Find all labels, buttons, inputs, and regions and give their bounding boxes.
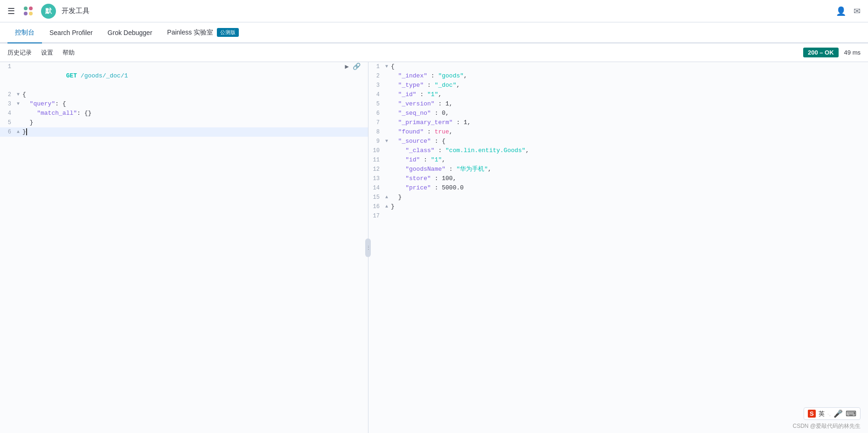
- top-bar: ☰ 默 开发工具 👤 ✉: [0, 0, 868, 22]
- user-avatar: 默: [41, 4, 56, 19]
- editor-line-1: 1 GET /goods/_doc/1 ▶ 🔗: [0, 62, 368, 90]
- resp-line-15: 15 ▲ }: [368, 193, 868, 202]
- beta-badge: 公测版: [217, 28, 239, 37]
- resp-line-3: 3 "_type" : "_doc",: [368, 81, 868, 90]
- history-button[interactable]: 历史记录: [7, 47, 32, 59]
- resp-line-6: 6 "_seq_no" : 0,: [368, 109, 868, 118]
- watermark: CSDN @爱敲代码的林先生: [792, 422, 861, 430]
- toolbar: 历史记录 设置 帮助 200 – OK 49 ms: [0, 43, 868, 62]
- resp-line-1: 1 ▼ {: [368, 62, 868, 71]
- left-panel: 1 GET /goods/_doc/1 ▶ 🔗 2 ▼ {: [0, 62, 368, 433]
- tab-painless-lab[interactable]: Painless 实验室 公测版: [160, 22, 246, 43]
- resp-line-16: 16 ▲ }: [368, 202, 868, 211]
- tab-console[interactable]: 控制台: [7, 22, 42, 43]
- resp-line-17: 17: [368, 211, 868, 221]
- editor-line-5: 5 }: [0, 118, 368, 127]
- bottom-bar: CSDN @爱敲代码的林先生: [785, 419, 868, 433]
- editor-line-2: 2 ▼ {: [0, 90, 368, 99]
- resp-line-10: 10 "_class" : "com.lin.entity.Goods",: [368, 146, 868, 155]
- top-bar-actions: 👤 ✉: [836, 6, 861, 16]
- user-icon[interactable]: 👤: [836, 6, 846, 16]
- editor-line-3: 3 ▼ "query": {: [0, 99, 368, 109]
- run-icon[interactable]: ▶: [345, 62, 349, 71]
- code-lines: 1 GET /goods/_doc/1 ▶ 🔗 2 ▼ {: [0, 62, 368, 137]
- mail-icon[interactable]: ✉: [854, 6, 861, 16]
- resp-line-2: 2 "_index" : "goods",: [368, 71, 868, 81]
- resp-line-4: 4 "_id" : "1",: [368, 90, 868, 99]
- kibana-logo: [21, 4, 35, 19]
- nav-tabs: 控制台 Search Profiler Grok Debugger Painle…: [0, 22, 868, 43]
- resp-line-5: 5 "_version" : 1,: [368, 99, 868, 109]
- editor-area[interactable]: 1 GET /goods/_doc/1 ▶ 🔗 2 ▼ {: [0, 62, 368, 433]
- tab-search-profiler[interactable]: Search Profiler: [42, 22, 100, 43]
- resp-line-8: 8 "found" : true,: [368, 127, 868, 137]
- main-area: 1 GET /goods/_doc/1 ▶ 🔗 2 ▼ {: [0, 62, 868, 433]
- resp-line-9: 9 ▼ "_source" : {: [368, 137, 868, 146]
- ime-toolbar: S 英 ·, 🎤 ⌨: [804, 407, 861, 420]
- resp-line-12: 12 "goodsName" : "华为手机",: [368, 165, 868, 174]
- help-button[interactable]: 帮助: [62, 47, 75, 59]
- resp-line-14: 14 "price" : 5000.0: [368, 183, 868, 193]
- hamburger-icon[interactable]: ☰: [7, 6, 15, 16]
- line-actions: ▶ 🔗: [345, 62, 364, 71]
- editor-line-6: 6 ▲ }: [0, 127, 368, 137]
- ime-keyboard-icon[interactable]: ⌨: [846, 409, 856, 418]
- tab-grok-debugger[interactable]: Grok Debugger: [100, 22, 160, 43]
- resp-line-13: 13 "store" : 100,: [368, 174, 868, 183]
- ime-logo: S: [808, 410, 816, 418]
- app-title: 开发工具: [62, 7, 90, 15]
- settings-button[interactable]: 设置: [41, 47, 53, 59]
- ime-separator: ·,: [827, 410, 831, 417]
- ime-mic-icon[interactable]: 🎤: [833, 409, 843, 418]
- resp-line-11: 11 "id" : "1",: [368, 155, 868, 165]
- copy-icon[interactable]: 🔗: [353, 62, 361, 71]
- editor-line-4: 4 "match_all": {}: [0, 109, 368, 118]
- ime-lang: 英: [819, 410, 825, 418]
- resp-line-7: 7 "_primary_term" : 1,: [368, 118, 868, 127]
- response-lines: 1 ▼ { 2 "_index" : "goods", 3 "_type" : …: [368, 62, 868, 221]
- toolbar-right: 200 – OK 49 ms: [803, 48, 861, 57]
- right-panel: 1 ▼ { 2 "_index" : "goods", 3 "_type" : …: [368, 62, 868, 433]
- panel-divider[interactable]: ⋮: [365, 238, 371, 257]
- time-badge: 49 ms: [844, 49, 861, 56]
- status-badge: 200 – OK: [803, 48, 839, 57]
